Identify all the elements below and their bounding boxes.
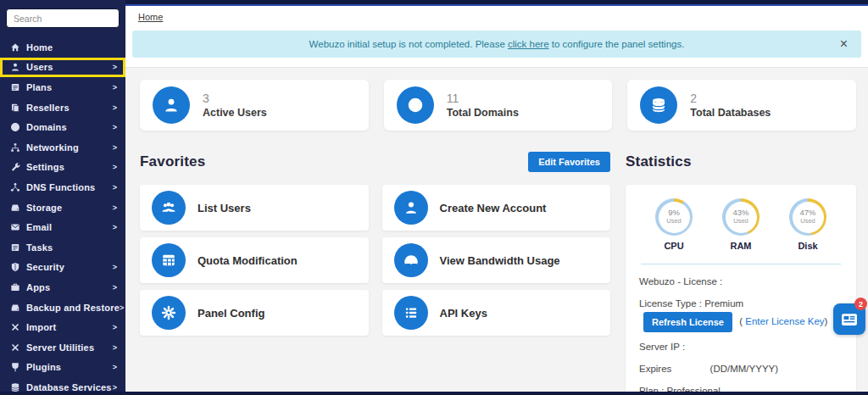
favorite-card-create-new-account[interactable]: Create New Account [382, 185, 611, 231]
enter-license-key-link[interactable]: Enter License Key [745, 316, 824, 326]
statistics-section: Statistics 9%UsedCPU43%UsedRAM47%UsedDis… [626, 150, 856, 395]
wrench-icon [10, 162, 20, 172]
setup-alert: Webuzo initial setup is not completed. P… [132, 31, 861, 58]
sidebar-item-users[interactable]: Users [0, 58, 125, 78]
divider [641, 264, 841, 264]
chevron-right-icon [113, 263, 117, 271]
dashboard: 3Active Users11Total Domains2Total Datab… [125, 68, 868, 395]
globe-icon [10, 122, 20, 132]
favorite-card-quota-modification[interactable]: Quota Modification [140, 237, 369, 283]
notifications-widget-button[interactable]: 2 [833, 303, 865, 335]
chevron-right-icon [113, 163, 117, 171]
gauge-ram: 43%UsedRAM [716, 198, 765, 251]
sidebar-item-backup-and-restore[interactable]: Backup and Restore [0, 298, 125, 318]
sidebar-item-label: Settings [26, 162, 113, 172]
chevron-right-icon [113, 283, 117, 292]
sidebar-item-dns-functions[interactable]: DNS Functions [0, 177, 125, 198]
sidebar-item-plans[interactable]: Plans [0, 77, 125, 97]
gauge-ring: 43%Used [722, 198, 760, 236]
favorite-card-label: View Bandwidth Usage [440, 254, 560, 267]
breadcrumb-home-link[interactable]: Home [138, 12, 163, 22]
statistics-panel: 9%UsedCPU43%UsedRAM47%UsedDisk Webuzo - … [626, 185, 856, 395]
sidebar-item-apps[interactable]: Apps [0, 277, 125, 298]
chevron-right-icon [113, 143, 117, 152]
gauge-used-label: Used [800, 218, 815, 225]
sidebar-item-home[interactable]: Home [0, 37, 125, 58]
alert-text-after: to configure the panel settings. [549, 39, 685, 49]
card-icon [10, 82, 20, 92]
alert-text-before: Webuzo initial setup is not completed. P… [309, 39, 508, 49]
gauge-ring: 47%Used [789, 198, 826, 236]
expires-label: Expires [639, 364, 671, 374]
chevron-right-icon [113, 123, 117, 131]
user-icon [153, 86, 190, 124]
sidebar-nav: HomeUsersPlansResellersDomainsNetworking… [0, 37, 125, 395]
close-icon[interactable] [840, 37, 848, 51]
stat-label: Total Databases [690, 107, 771, 119]
chevron-right-icon [113, 343, 117, 352]
gauges-row: 9%UsedCPU43%UsedRAM47%UsedDisk [639, 198, 843, 251]
favorite-card-view-bandwidth-usage[interactable]: View Bandwidth Usage [382, 237, 611, 283]
briefcase-icon [10, 282, 20, 292]
sidebar-item-plugins[interactable]: Plugins [0, 358, 125, 378]
search-input[interactable] [6, 8, 120, 28]
sidebar-item-tasks[interactable]: Tasks [0, 237, 125, 258]
cross-tool-icon [10, 342, 20, 353]
chevron-right-icon [120, 303, 124, 312]
favorite-card-list-users[interactable]: List Users [140, 185, 369, 231]
favorites-title: Favorites [140, 153, 205, 170]
sidebar-item-label: Tasks [26, 242, 117, 253]
chevron-right-icon [113, 323, 117, 331]
favorite-card-api-keys[interactable]: API Keys [382, 290, 611, 336]
sidebar-item-server-utilities[interactable]: Server Utilities [0, 337, 125, 358]
users-icon [152, 191, 186, 225]
sidebar-item-label: Email [26, 222, 113, 232]
main-content: Home Webuzo initial setup is not complet… [125, 6, 868, 395]
stat-card-active-users: 3Active Users [140, 80, 369, 131]
alert-zone: Webuzo initial setup is not completed. P… [125, 27, 868, 68]
gauge-ring: 9%Used [655, 198, 693, 236]
favorite-card-label: Quota Modification [198, 254, 298, 267]
stat-value: 3 [203, 92, 267, 105]
sidebar-item-resellers[interactable]: Resellers [0, 97, 125, 118]
sidebar-item-label: Home [26, 42, 117, 53]
refresh-license-button[interactable]: Refresh License [643, 312, 732, 332]
sidebar-item-import[interactable]: Import [0, 317, 125, 337]
statistics-title: Statistics [626, 153, 692, 170]
sidebar-item-settings[interactable]: Settings [0, 158, 125, 178]
license-type-row: License Type : Premium Refresh License (… [639, 297, 843, 331]
sidebar-item-label: Resellers [26, 103, 113, 113]
favorites-grid: List UsersCreate New AccountQuota Modifi… [140, 185, 610, 336]
sidebar-item-label: Server Utilities [26, 342, 113, 353]
sidebar-item-storage[interactable]: Storage [0, 198, 125, 218]
sidebar: HomeUsersPlansResellersDomainsNetworking… [0, 0, 125, 395]
stat-card-text: 11Total Domains [447, 92, 519, 119]
expires-row: Expires (DD/MM/YYYY) [639, 362, 843, 376]
sidebar-item-networking[interactable]: Networking [0, 137, 125, 158]
card-icon [10, 242, 20, 253]
favorite-card-panel-config[interactable]: Panel Config [140, 290, 369, 336]
chevron-right-icon [113, 383, 117, 392]
sidebar-item-label: Backup and Restore [26, 303, 120, 313]
favorite-card-label: Panel Config [198, 307, 264, 320]
envelope-icon [10, 222, 20, 232]
favorite-card-label: List Users [198, 202, 251, 214]
sidebar-item-domains[interactable]: Domains [0, 117, 125, 137]
chevron-right-icon [113, 183, 117, 192]
edit-favorites-button[interactable]: Edit Favorites [528, 152, 610, 172]
sidebar-item-security[interactable]: Security [0, 258, 125, 278]
gauge-name: Disk [783, 241, 832, 251]
sidebar-item-label: Plans [26, 82, 113, 92]
alert-click-here-link[interactable]: click here [508, 39, 549, 49]
chevron-right-icon [113, 363, 117, 371]
newspaper-icon [840, 310, 859, 329]
chevron-right-icon [113, 203, 117, 212]
stat-card-text: 2Total Databases [690, 92, 771, 119]
sidebar-item-label: Storage [26, 203, 113, 213]
stat-card-total-domains: 11Total Domains [384, 80, 613, 131]
sidebar-item-email[interactable]: Email [0, 217, 125, 237]
gauge-name: CPU [649, 241, 698, 251]
stat-label: Total Domains [447, 107, 519, 119]
favorite-card-label: Create New Account [440, 202, 547, 214]
gauge-icon [394, 243, 428, 277]
